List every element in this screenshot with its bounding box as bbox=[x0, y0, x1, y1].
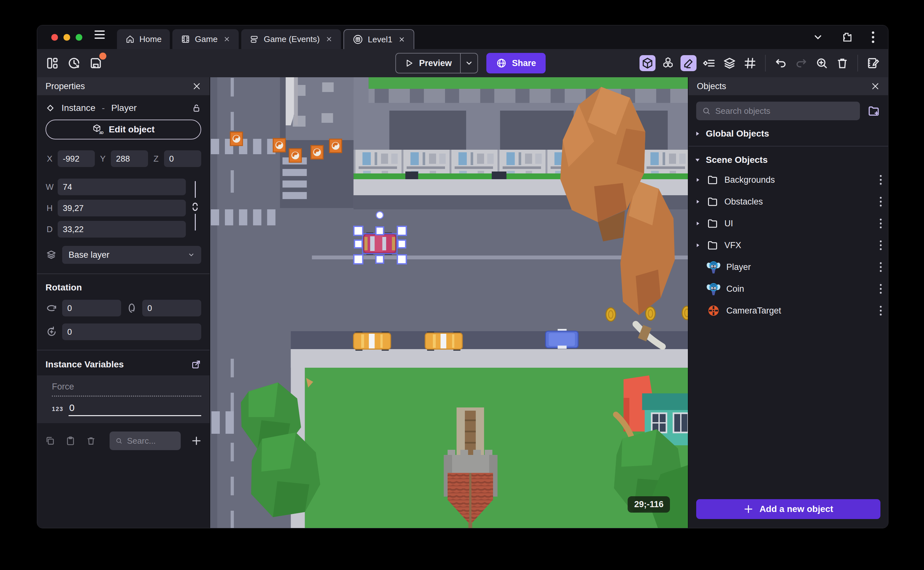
kebab-menu-icon[interactable] bbox=[879, 262, 882, 273]
close-objects-icon[interactable] bbox=[871, 82, 880, 91]
cursor-coordinates-badge: 29;-116 bbox=[628, 496, 670, 513]
collapsed-triangle-icon bbox=[695, 221, 701, 226]
svg-text:3D: 3D bbox=[99, 131, 104, 135]
depth-input[interactable] bbox=[58, 221, 186, 238]
tab-level1[interactable]: Level1 bbox=[344, 29, 414, 49]
tab-game[interactable]: Game bbox=[173, 29, 239, 49]
collapsed-triangle-icon bbox=[694, 130, 701, 137]
variables-search[interactable] bbox=[110, 432, 181, 450]
object-item-cameratarget[interactable]: CameraTarget bbox=[689, 300, 888, 322]
scene-icon bbox=[353, 34, 363, 45]
redo-button[interactable] bbox=[793, 55, 809, 71]
y-label: Y bbox=[99, 154, 107, 164]
close-tab-icon[interactable] bbox=[223, 35, 231, 43]
extensions-icon[interactable] bbox=[842, 31, 853, 43]
close-properties-icon[interactable] bbox=[192, 82, 201, 91]
add-folder-icon[interactable] bbox=[867, 104, 880, 118]
variables-search-input[interactable] bbox=[127, 436, 175, 446]
preview-button[interactable]: Preview bbox=[396, 54, 460, 73]
trash-icon[interactable] bbox=[86, 436, 96, 446]
unsaved-changes-dot bbox=[99, 52, 106, 60]
height-input[interactable] bbox=[58, 200, 186, 216]
preview-options-button[interactable] bbox=[460, 54, 477, 73]
close-tab-icon[interactable] bbox=[398, 36, 405, 43]
chevron-down-icon[interactable] bbox=[813, 32, 823, 43]
folder-icon bbox=[706, 196, 719, 208]
keep-ratio-link[interactable] bbox=[191, 181, 199, 230]
kebab-menu-icon[interactable] bbox=[879, 175, 882, 185]
properties-title: Properties bbox=[46, 81, 85, 91]
globe-icon bbox=[496, 58, 507, 69]
events-sheet-icon bbox=[250, 34, 259, 44]
instance-type-label: Instance bbox=[61, 103, 95, 113]
project-manager-button[interactable] bbox=[44, 55, 60, 71]
objects-search-input[interactable] bbox=[715, 106, 854, 116]
main-menu-icon[interactable] bbox=[95, 31, 105, 39]
zoom-in-button[interactable] bbox=[814, 55, 830, 71]
object-item-player[interactable]: Player bbox=[689, 256, 888, 278]
y-input[interactable] bbox=[111, 150, 148, 167]
rotation-x-input[interactable] bbox=[62, 300, 121, 316]
scene-properties-button[interactable] bbox=[865, 55, 881, 71]
z-input[interactable] bbox=[164, 150, 201, 167]
tab-label: Game (Events) bbox=[264, 34, 320, 44]
minimize-window-button[interactable] bbox=[63, 34, 70, 41]
blue-car[interactable] bbox=[545, 329, 578, 349]
yellow-car[interactable] bbox=[425, 331, 462, 351]
close-tab-icon[interactable] bbox=[325, 35, 333, 43]
chevron-down-icon bbox=[188, 251, 195, 258]
kebab-menu-icon[interactable] bbox=[879, 240, 882, 251]
rotation-z-input[interactable] bbox=[62, 323, 201, 340]
x-input[interactable] bbox=[58, 150, 95, 167]
maximize-window-button[interactable] bbox=[76, 34, 82, 41]
width-input[interactable] bbox=[58, 179, 186, 195]
objects-search[interactable] bbox=[696, 102, 860, 120]
delete-button[interactable] bbox=[834, 55, 850, 71]
kebab-menu-icon[interactable] bbox=[871, 31, 875, 44]
3d-model-object-icon bbox=[706, 282, 721, 296]
open-variables-editor-icon[interactable] bbox=[191, 359, 201, 370]
folder-icon bbox=[706, 218, 719, 230]
copy-icon[interactable] bbox=[45, 436, 55, 446]
kebab-menu-icon[interactable] bbox=[879, 305, 882, 316]
folder-icon bbox=[706, 239, 719, 251]
undo-button[interactable] bbox=[773, 55, 789, 71]
kebab-menu-icon[interactable] bbox=[879, 196, 882, 207]
object-folder-vfx[interactable]: VFX bbox=[689, 234, 888, 256]
object-folder-obstacles[interactable]: Obstacles bbox=[689, 191, 888, 213]
kebab-menu-icon[interactable] bbox=[879, 218, 882, 229]
object-item-coin[interactable]: Coin bbox=[689, 278, 888, 300]
edit-mode-button[interactable] bbox=[681, 55, 696, 71]
variable-value-input[interactable] bbox=[69, 402, 201, 416]
selected-player-instance[interactable] bbox=[363, 233, 396, 255]
layers-button[interactable] bbox=[721, 55, 738, 71]
rotation-y-input[interactable] bbox=[142, 300, 201, 316]
scene-objects-section[interactable]: Scene Objects bbox=[689, 147, 888, 169]
instances-list-button[interactable] bbox=[701, 55, 717, 71]
add-new-object-button[interactable]: Add a new object bbox=[696, 499, 880, 519]
add-variable-button[interactable] bbox=[191, 435, 202, 446]
share-button[interactable]: Share bbox=[486, 53, 545, 74]
scene-editor-canvas[interactable]: 29;-116 bbox=[210, 77, 688, 528]
chain-link-icon bbox=[191, 202, 199, 211]
global-objects-section[interactable]: Global Objects bbox=[689, 120, 888, 142]
camera-target-icon bbox=[706, 303, 721, 318]
toggle-3d-view-button[interactable] bbox=[640, 55, 655, 71]
expanded-triangle-icon bbox=[694, 157, 701, 163]
save-button[interactable] bbox=[88, 55, 104, 71]
objects-view-button[interactable] bbox=[660, 55, 676, 71]
tab-game-events[interactable]: Game (Events) bbox=[241, 29, 341, 49]
edit-object-button[interactable]: 3D Edit object bbox=[46, 120, 201, 139]
kebab-menu-icon[interactable] bbox=[879, 283, 882, 294]
yellow-car[interactable] bbox=[353, 331, 391, 351]
object-folder-backgrounds[interactable]: Backgrounds bbox=[689, 169, 888, 191]
paste-icon[interactable] bbox=[66, 436, 76, 446]
unlock-icon[interactable] bbox=[192, 103, 201, 113]
layer-select[interactable]: Base layer bbox=[62, 246, 201, 264]
object-folder-ui[interactable]: UI bbox=[689, 213, 888, 234]
variable-name[interactable]: Force bbox=[52, 382, 201, 397]
grid-button[interactable] bbox=[742, 55, 758, 71]
version-history-button[interactable] bbox=[66, 55, 82, 71]
close-window-button[interactable] bbox=[51, 34, 58, 41]
tab-home[interactable]: Home bbox=[117, 29, 170, 49]
